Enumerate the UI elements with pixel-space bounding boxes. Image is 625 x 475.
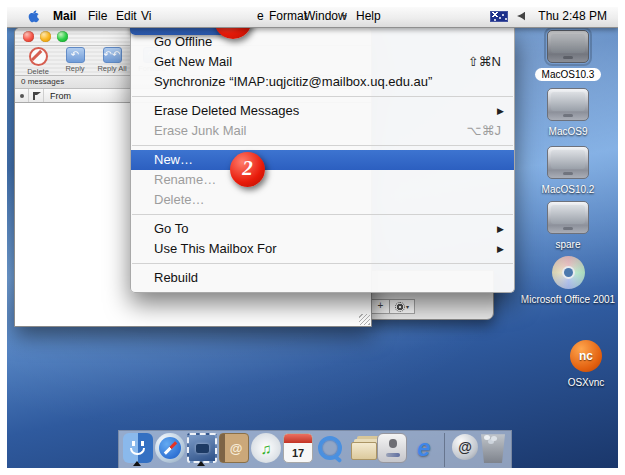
- submenu-arrow-icon: ▶: [497, 219, 504, 239]
- dock-quicktime-icon[interactable]: [315, 433, 345, 463]
- input-language-flag-icon[interactable]: [490, 11, 508, 22]
- hard-drive-icon[interactable]: [547, 146, 589, 179]
- dock-ical-icon[interactable]: 17: [283, 433, 313, 463]
- desktop-icon-label: Microsoft Office 2001: [521, 294, 615, 305]
- desktop-icon-macos102[interactable]: MacOS10.2: [522, 146, 614, 195]
- desktop-icon-label: MacOS9: [549, 126, 588, 137]
- menu-item-erase-junk-mail: Erase Junk Mail⌥⌘J: [131, 121, 514, 141]
- menu-item-new[interactable]: New…: [131, 150, 514, 170]
- menu-item-get-new-mail[interactable]: Get New Mail⇧⌘N: [131, 52, 514, 72]
- menu-item-synchronize[interactable]: Synchronize “IMAP:uqjcitiz@mailbox.uq.ed…: [131, 72, 514, 92]
- menubar-item-format[interactable]: Format: [269, 9, 307, 23]
- hard-drive-icon[interactable]: [547, 88, 589, 121]
- hard-drive-icon[interactable]: [547, 201, 589, 234]
- dock-trash-icon[interactable]: [478, 433, 508, 463]
- read-status-dot-icon: [20, 94, 24, 98]
- add-mailbox-button[interactable]: +: [372, 300, 389, 313]
- menu-item-delete: Delete…: [131, 190, 514, 210]
- desktop-icon-label: MacOS10.2: [542, 184, 595, 195]
- dock-letters-icon[interactable]: [351, 442, 377, 460]
- menubar-item-help[interactable]: Help: [356, 9, 381, 23]
- dock-system-preferences-icon[interactable]: [377, 433, 407, 463]
- desktop-icon-label: MacOS10.3: [535, 68, 602, 81]
- cd-icon[interactable]: [552, 256, 585, 289]
- close-button[interactable]: [23, 31, 34, 42]
- desktop-icon-macos103[interactable]: MacOS10.3: [522, 30, 614, 81]
- resize-grip[interactable]: [359, 314, 370, 325]
- menubar-clock[interactable]: Thu 2:48 PM: [538, 9, 607, 23]
- menubar-item-edit[interactable]: Edit: [116, 9, 137, 23]
- menu-separator: [131, 210, 514, 219]
- volume-icon[interactable]: [517, 11, 529, 22]
- dock-safari-icon[interactable]: [155, 433, 185, 463]
- gear-icon: [395, 302, 405, 312]
- applescript-menu-icon[interactable]: ϟ: [341, 9, 347, 23]
- menu-item-erase-deleted-messages[interactable]: Erase Deleted Messages▶: [131, 101, 514, 121]
- dock-finder-icon[interactable]: [123, 433, 153, 463]
- menu-item-use-this-mailbox-for[interactable]: Use This Mailbox For▶: [131, 239, 514, 259]
- dock-at-launcher-icon[interactable]: @: [452, 434, 478, 460]
- desktop-icon-spare[interactable]: spare: [522, 201, 614, 250]
- reply-arrow-icon: ↶: [66, 47, 85, 63]
- dock-mail-icon[interactable]: [187, 433, 217, 463]
- desktop-icon-osxvnc[interactable]: nc OSXvnc: [540, 340, 625, 388]
- action-menu-button[interactable]: ▾: [389, 300, 414, 313]
- shortcut: ⌥⌘J: [467, 121, 501, 141]
- desktop-icon-label: OSXvnc: [568, 377, 605, 388]
- menu-bar: Mail File Edit Vi e Format Window ϟ Help…: [7, 5, 618, 28]
- menu-item-go-to[interactable]: Go To▶: [131, 219, 514, 239]
- annotation-step-2: 2: [230, 152, 265, 187]
- menu-separator: [131, 141, 514, 150]
- mail-running-indicator: [197, 461, 205, 466]
- apple-menu-icon[interactable]: [26, 8, 41, 24]
- menubar-item-view-partial[interactable]: Vi: [141, 9, 151, 23]
- desktop: MacOS10.3 MacOS9 MacOS10.2 spare Microso…: [0, 0, 625, 475]
- menubar-item-file[interactable]: File: [88, 9, 107, 23]
- mailbox-menu: Go Offline Get New Mail⇧⌘N Synchronize “…: [130, 27, 515, 293]
- menubar-item-mail[interactable]: Mail: [53, 9, 76, 23]
- submenu-arrow-icon: ▶: [497, 239, 504, 259]
- submenu-arrow-icon: ▶: [497, 101, 504, 121]
- menubar-item-message-partial[interactable]: e: [257, 9, 264, 23]
- drawer-buttons: + ▾: [371, 299, 415, 314]
- menu-separator: [131, 259, 514, 268]
- osxvnc-app-icon[interactable]: nc: [570, 340, 602, 372]
- message-flag-icon: [33, 92, 39, 100]
- chevron-down-icon: ▾: [406, 301, 409, 313]
- delete-prohibit-icon: [29, 47, 48, 66]
- menu-item-rename: Rename…: [131, 170, 514, 190]
- desktop-icon-ms-office-cd[interactable]: Microsoft Office 2001: [522, 256, 614, 305]
- menu-item-go-offline[interactable]: Go Offline: [131, 32, 514, 52]
- minimize-button[interactable]: [40, 31, 51, 42]
- column-read-status[interactable]: [15, 89, 29, 102]
- screenshot-root: MacOS10.3 MacOS9 MacOS10.2 spare Microso…: [0, 0, 625, 475]
- desktop-icon-label: spare: [555, 239, 580, 250]
- desktop-icon-macos9[interactable]: MacOS9: [522, 88, 614, 137]
- reply-button[interactable]: ↶ Reply: [58, 47, 92, 73]
- finder-running-indicator: [133, 461, 141, 466]
- reply-all-arrow-icon: ↶↶: [103, 47, 122, 63]
- delete-button[interactable]: Delete: [21, 47, 55, 76]
- shortcut: ⇧⌘N: [468, 52, 501, 72]
- dock-divider: [444, 433, 445, 467]
- column-flag[interactable]: [29, 89, 44, 102]
- dock-itunes-icon[interactable]: ♫: [251, 433, 281, 463]
- dock: @ ♫ 17 e @: [118, 430, 512, 468]
- menu-item-rebuild[interactable]: Rebuild: [131, 268, 514, 288]
- zoom-button[interactable]: [57, 31, 68, 42]
- reply-all-button[interactable]: ↶↶ Reply All: [95, 47, 129, 73]
- hard-drive-icon[interactable]: [547, 30, 589, 63]
- dock-internet-explorer-icon[interactable]: e: [409, 433, 439, 463]
- dock-address-book-icon[interactable]: @: [219, 433, 249, 463]
- menu-separator: [131, 92, 514, 101]
